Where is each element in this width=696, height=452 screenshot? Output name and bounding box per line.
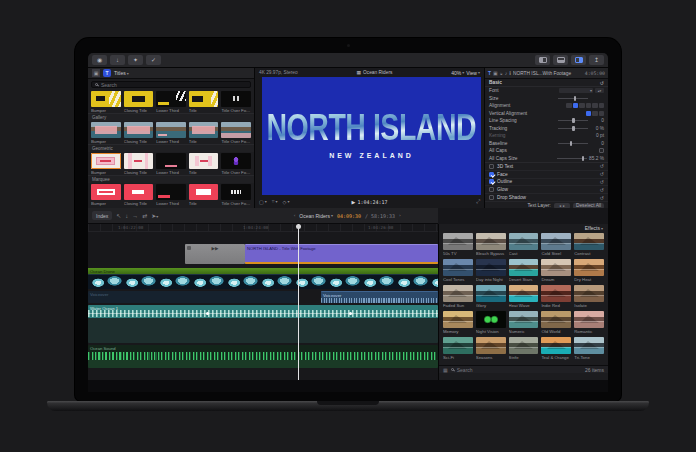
effect-item[interactable]: Heat Wave (509, 285, 539, 308)
effect-thumbnail[interactable] (574, 233, 604, 250)
tab-color-inspector[interactable]: ◒ (500, 70, 503, 76)
title-thumbnail[interactable] (124, 122, 154, 138)
timeline-project-dropdown[interactable]: Ocean Riders▾ (299, 213, 333, 219)
append-edit-icon[interactable]: → (132, 213, 138, 219)
size-slider[interactable] (558, 98, 588, 99)
inspector-panel-toggle[interactable] (571, 55, 586, 65)
title-item[interactable]: Title (189, 91, 219, 113)
timeline-forward-icon[interactable]: › (399, 213, 400, 218)
reset-icon[interactable]: ↺ (600, 195, 604, 201)
title-item[interactable]: Title Over Footage (221, 91, 251, 113)
tab-video-inspector[interactable]: ▣ (493, 70, 498, 76)
title-thumbnail[interactable] (189, 91, 219, 107)
title-item[interactable]: Bumper (91, 184, 121, 206)
title-item[interactable]: Bumper (91, 153, 121, 175)
effect-thumbnail[interactable] (574, 337, 604, 354)
effect-item[interactable]: Cool Tones (443, 259, 473, 282)
fullscreen-icon[interactable]: ⤢ (476, 198, 480, 205)
keyword-editor-button[interactable]: ✦ (128, 55, 143, 65)
title-thumbnail[interactable] (221, 184, 251, 200)
title-thumbnail[interactable] (91, 153, 121, 169)
effect-item[interactable]: Old World (541, 311, 571, 334)
title-item[interactable]: Title Over Footage (221, 122, 251, 144)
playhead[interactable] (298, 224, 299, 380)
style-section-checkbox[interactable] (489, 172, 494, 177)
title-item[interactable]: Title Over Footage (221, 184, 251, 206)
gap-clip[interactable]: ▶▶ (185, 244, 245, 264)
title-thumbnail[interactable] (221, 91, 251, 107)
viewer-canvas[interactable]: NORTH ISLAND NEW ZEALAND (262, 77, 481, 195)
effect-item[interactable]: Desert Stars (509, 259, 539, 282)
effect-thumbnail[interactable] (443, 259, 473, 276)
title-thumbnail[interactable] (221, 153, 251, 169)
style-section-checkbox[interactable] (489, 187, 494, 192)
title-thumbnail[interactable] (189, 153, 219, 169)
style-section-row[interactable]: 3D Text ↺ (485, 163, 608, 171)
title-item[interactable]: Title (189, 184, 219, 206)
reset-icon[interactable]: ↺ (600, 171, 604, 177)
effect-thumbnail[interactable] (541, 285, 571, 302)
effect-item[interactable]: Dry Heat (574, 259, 604, 282)
effect-thumbnail[interactable] (509, 311, 539, 328)
title-thumbnail[interactable] (156, 153, 186, 169)
tool-dropdown[interactable]: ➤▾ (151, 212, 158, 219)
titles-search-field[interactable]: Search (91, 81, 251, 88)
alignment-buttons[interactable] (566, 103, 604, 108)
effect-item[interactable]: Indie Red (541, 285, 571, 308)
effect-thumbnail[interactable] (443, 311, 473, 328)
effect-thumbnail[interactable] (509, 259, 539, 276)
style-section-checkbox[interactable] (489, 195, 494, 200)
style-section-checkbox[interactable] (489, 179, 494, 184)
timeline-ruler[interactable]: 1:04:22:00 1:04:24:00 1:04:26:00 (88, 224, 438, 232)
effect-item[interactable]: Sci-Fi (443, 337, 473, 360)
title-thumbnail[interactable] (91, 91, 121, 107)
title-thumbnail[interactable] (124, 184, 154, 200)
effect-item[interactable]: Romantic (574, 311, 604, 334)
effect-thumbnail[interactable] (541, 259, 571, 276)
overwrite-edit-icon[interactable]: ⇄ (142, 212, 147, 219)
effect-item[interactable]: 50s TV (443, 233, 473, 256)
video-clip-filmstrip[interactable] (88, 274, 438, 289)
effect-thumbnail[interactable] (509, 285, 539, 302)
effect-item[interactable]: Seasons (476, 337, 506, 360)
title-thumbnail[interactable] (91, 184, 121, 200)
title-clip[interactable]: NORTH ISLAND - Title With Footage (245, 244, 438, 264)
effect-thumbnail[interactable] (541, 233, 571, 250)
reset-icon[interactable]: ↺ (600, 163, 604, 169)
tab-text-inspector[interactable]: T (488, 70, 491, 76)
effect-item[interactable]: Day into Night (476, 259, 506, 282)
timeline-panel-toggle[interactable] (553, 55, 568, 65)
title-item[interactable]: Closing Title (124, 153, 154, 175)
effect-item[interactable]: Memory (443, 311, 473, 334)
effect-item[interactable]: Tri-Tone (574, 337, 604, 360)
browser-panel-toggle[interactable] (535, 55, 550, 65)
title-item[interactable]: Title (189, 153, 219, 175)
effect-item[interactable]: Cast (509, 233, 539, 256)
style-section-row[interactable]: Glow ↺ (485, 186, 608, 194)
title-item[interactable]: Bumper (91, 122, 121, 144)
titles-category-dropdown[interactable]: Titles▾ (114, 70, 129, 76)
effect-thumbnail[interactable] (476, 311, 506, 328)
voiceover-record-button[interactable]: ◉ (92, 55, 107, 65)
title-item[interactable]: Lower Third (156, 153, 186, 175)
keyframe-dot[interactable] (206, 312, 209, 315)
title-thumbnail[interactable] (124, 91, 154, 107)
title-item[interactable]: Closing Title (124, 91, 154, 113)
effect-item[interactable]: Numeric (509, 311, 539, 334)
title-item[interactable]: Lower Third (156, 122, 186, 144)
title-thumbnail[interactable] (156, 184, 186, 200)
title-thumbnail[interactable] (156, 122, 186, 138)
effect-thumbnail[interactable] (574, 285, 604, 302)
titles-generators-browser-icon[interactable]: T (103, 69, 111, 77)
title-item[interactable]: Closing Title (124, 122, 154, 144)
title-item[interactable]: Lower Third (156, 91, 186, 113)
media-browser-icon[interactable]: ▣ (92, 69, 100, 77)
style-section-row[interactable]: Outline ↺ (485, 179, 608, 187)
volume-keyframe-line[interactable] (88, 313, 438, 314)
effect-thumbnail[interactable] (541, 311, 571, 328)
effect-thumbnail[interactable] (476, 233, 506, 250)
effect-thumbnail[interactable] (509, 233, 539, 250)
effect-item[interactable]: Isolate (574, 285, 604, 308)
title-thumbnail[interactable] (221, 122, 251, 138)
water-audio-clip[interactable]: Water Ocean 1 (88, 305, 438, 343)
